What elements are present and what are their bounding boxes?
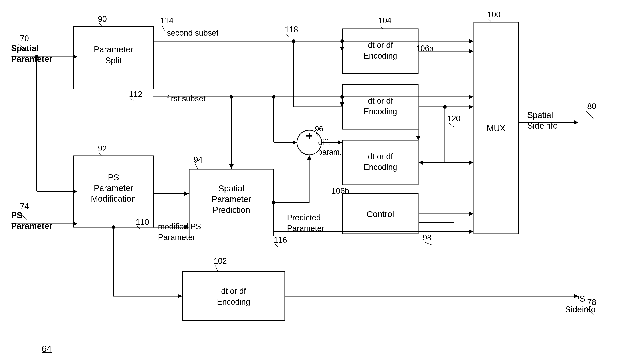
branch-dot-spatial — [35, 55, 38, 59]
ref-64: 64 — [42, 344, 52, 353]
ref-106b: 106b — [332, 186, 349, 195]
second-subset-label: second subset — [167, 28, 218, 38]
spatial-param-pred-label3: Prediction — [213, 205, 250, 215]
spatial-param-pred-label1: Spatial — [218, 184, 244, 193]
ref-116: 116 — [274, 235, 287, 244]
ref-112: 112 — [129, 90, 142, 99]
ps-param-mod-label2: Parameter — [94, 183, 133, 193]
modified-ps-label1: modified PS — [158, 222, 201, 231]
parameter-split-label2: Split — [105, 56, 122, 65]
spatial-sideinfo-label1: Spatial — [527, 110, 553, 120]
ref-70: 70 — [20, 34, 29, 43]
ref-96: 96 — [315, 124, 323, 133]
predicted-param-label1: Predicted — [287, 213, 321, 222]
diff-param-label1: diff. — [318, 138, 330, 146]
branch-dot-ps-mod — [112, 225, 115, 229]
first-subset-label: first subset — [167, 94, 206, 103]
ref-106a: 106a — [416, 44, 434, 53]
ps-param-mod-label3: Modification — [91, 194, 136, 203]
diff-param-label2: param. — [318, 148, 342, 156]
ref-120: 120 — [447, 114, 460, 123]
spatial-param-pred-label2: Parameter — [212, 195, 251, 204]
ps-param-input-label2: Parameter — [11, 221, 52, 231]
dt-df-enc-bottom-box — [182, 272, 285, 320]
modified-ps-label2: Parameter — [158, 233, 195, 242]
dt-df-enc-lower-label2: Encoding — [364, 163, 397, 172]
mux-label: MUX — [487, 124, 506, 133]
ref-98: 98 — [423, 233, 432, 242]
spatial-param-input-label1: Spatial — [11, 44, 39, 53]
branch-dot-118 — [292, 40, 296, 43]
dt-df-enc-lower-label1: dt or df — [368, 152, 393, 161]
ref-94: 94 — [194, 155, 202, 164]
dt-df-enc-mid-label2: Encoding — [364, 107, 397, 116]
ps-param-input-label1: PS — [11, 211, 22, 220]
dt-df-enc-mid-label1: dt or df — [368, 96, 393, 105]
dt-df-enc-bottom-label2: Encoding — [217, 297, 250, 306]
ref-114: 114 — [160, 16, 174, 25]
dt-df-enc-top-label1: dt or df — [368, 41, 393, 50]
control-label: Control — [367, 209, 394, 219]
ref-90: 90 — [98, 15, 107, 24]
dt-df-enc-top-label2: Encoding — [364, 51, 397, 60]
branch-dot-first-spred — [230, 95, 233, 99]
sum-plus: + — [306, 129, 312, 142]
ref-92: 92 — [98, 144, 107, 153]
ref-74: 74 — [20, 202, 29, 211]
ref-110: 110 — [136, 217, 149, 227]
ref-80: 80 — [587, 102, 596, 111]
dt-df-enc-bottom-label1: dt or df — [221, 286, 246, 296]
ref-104: 104 — [378, 16, 392, 25]
ps-param-mod-label1: PS — [108, 173, 119, 182]
ref-100: 100 — [487, 10, 500, 19]
ref-102: 102 — [214, 256, 227, 266]
ps-sideinfo-label2: Sideinfo — [565, 305, 596, 314]
parameter-split-label1: Parameter — [94, 45, 133, 54]
ref-118: 118 — [285, 25, 298, 34]
spatial-param-input-label2: Parameter — [11, 54, 52, 64]
branch-dot-pred — [272, 201, 276, 204]
